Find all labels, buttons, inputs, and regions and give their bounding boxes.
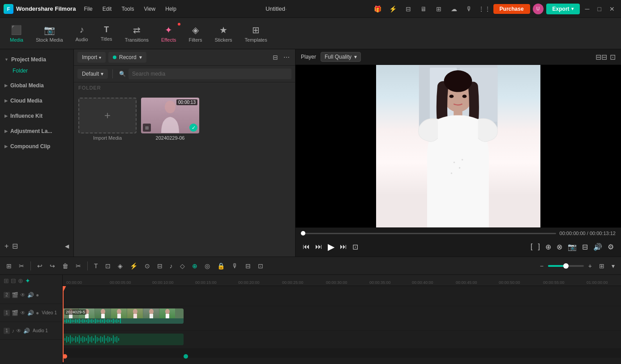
filter-icon[interactable]: ⊟: [271, 52, 280, 63]
menu-edit[interactable]: Edit: [98, 4, 116, 14]
video-clip-1[interactable]: 2024029-5: [63, 308, 184, 324]
track-video2-eye[interactable]: 👁: [20, 292, 26, 298]
mark-out-icon[interactable]: ]: [536, 241, 542, 253]
dual-view-icon[interactable]: ⊟⊟: [595, 53, 607, 61]
fullscreen-icon[interactable]: ⊡: [610, 53, 616, 61]
bolt-icon[interactable]: ⚡: [387, 3, 399, 15]
folder-item[interactable]: Folder: [0, 65, 73, 76]
track-video1-audio[interactable]: 🔊: [27, 310, 34, 316]
timeline-slider[interactable]: [301, 233, 556, 234]
zoom-thumb[interactable]: [563, 263, 569, 269]
tool-templates[interactable]: ⊞ Templates: [240, 22, 273, 45]
add-video-track-icon[interactable]: ⊞: [4, 277, 9, 284]
track-audio1-icon[interactable]: ♪: [12, 328, 14, 334]
screenshot-icon[interactable]: 📷: [566, 241, 578, 253]
influence-kit-header[interactable]: ▶ Influence Kit: [0, 110, 73, 122]
scissors-tool[interactable]: ✂: [16, 261, 27, 271]
track-video2-lock[interactable]: 🎬: [12, 292, 18, 298]
keyframe-tool[interactable]: ◇: [177, 261, 188, 271]
compound-clip-track-icon[interactable]: ⊕: [18, 277, 23, 284]
track-audio1-eye[interactable]: 👁: [16, 328, 21, 334]
insert-icon[interactable]: ⊕: [544, 241, 553, 253]
tool-filters[interactable]: ◈ Filters: [183, 22, 207, 45]
delete-button[interactable]: 🗑: [60, 261, 71, 271]
global-media-header[interactable]: ▶ Global Media: [0, 80, 73, 91]
snapshot-icon[interactable]: ⊟: [580, 241, 590, 253]
tool-media[interactable]: ⬛ Media: [4, 22, 29, 45]
zoom-in-button[interactable]: +: [586, 261, 595, 271]
zoom-slider[interactable]: [548, 265, 584, 267]
add-track-icon[interactable]: ⊞: [4, 261, 14, 271]
mic-icon[interactable]: 🎙: [463, 3, 475, 15]
track-video1-lock[interactable]: 🎬: [12, 310, 18, 316]
quality-select[interactable]: Full Quality ▾: [321, 52, 361, 62]
mask-tool[interactable]: ◈: [115, 261, 125, 271]
tool-titles[interactable]: T Titles: [95, 22, 118, 44]
track-audio1-volume[interactable]: 🔊: [23, 328, 30, 334]
gift-icon[interactable]: 🎁: [372, 3, 384, 15]
close-button[interactable]: ✕: [607, 5, 617, 13]
delete-folder-icon[interactable]: ⊟: [12, 242, 18, 250]
menu-tools[interactable]: Tools: [117, 4, 138, 14]
project-media-header[interactable]: ▼ Project Media: [0, 54, 73, 65]
track-video2-audio[interactable]: 🔊: [27, 292, 34, 298]
adjustment-header[interactable]: ▶ Adjustment La...: [0, 125, 73, 137]
text-tool[interactable]: T: [91, 261, 101, 271]
tool-audio[interactable]: ♪ Audio: [70, 22, 94, 45]
tool-transitions[interactable]: ⇄ Transitions: [120, 22, 154, 45]
add-audio-track-icon[interactable]: ⊟: [11, 277, 16, 284]
menu-help[interactable]: Help: [161, 4, 181, 14]
media-thumb-item[interactable]: 00:00:13 ⊞ ✓ 20240229-06: [141, 98, 199, 141]
redo-button[interactable]: ↪: [47, 261, 58, 271]
speed-tool[interactable]: ⚡: [127, 261, 140, 271]
color-tool[interactable]: ⊙: [142, 261, 153, 271]
more-options-icon[interactable]: ⋯: [282, 52, 291, 63]
track-video2-visible[interactable]: ●: [36, 292, 39, 298]
default-view-button[interactable]: Default ▾: [77, 69, 108, 79]
search-input[interactable]: [128, 69, 291, 79]
subtitle-tool[interactable]: ⊟: [243, 261, 253, 271]
maximize-button[interactable]: □: [595, 5, 604, 13]
timeline-thumb[interactable]: [301, 231, 305, 236]
undo-button[interactable]: ↩: [34, 261, 45, 271]
playhead[interactable]: [63, 286, 64, 362]
mic-timeline-icon[interactable]: 🎙: [229, 261, 241, 271]
zoom-out-button[interactable]: −: [537, 261, 546, 271]
magnet-tool[interactable]: ⊕: [189, 261, 200, 271]
mark-in-icon[interactable]: [: [529, 241, 534, 253]
stabilize-tool[interactable]: ⊟: [154, 261, 165, 271]
lock-tool[interactable]: 🔒: [214, 261, 227, 271]
import-box[interactable]: +: [78, 98, 137, 133]
menu-view[interactable]: View: [139, 4, 160, 14]
picture-tool[interactable]: ⊡: [255, 261, 266, 271]
volume-icon[interactable]: 🔊: [591, 241, 604, 253]
grid-view-button[interactable]: ⊞: [596, 261, 607, 271]
record-button[interactable]: Record ▾: [108, 52, 146, 63]
track-video1-eye[interactable]: 👁: [20, 310, 26, 316]
audio-clip-bar[interactable]: [63, 334, 184, 345]
fullscreen-player-button[interactable]: ⊡: [351, 241, 360, 253]
menu-file[interactable]: File: [79, 4, 97, 14]
purchase-button[interactable]: Purchase: [493, 4, 530, 14]
tool-stock-media[interactable]: 📷 Stock Media: [30, 22, 69, 45]
avatar[interactable]: U: [533, 4, 544, 14]
apps-icon[interactable]: ⋮⋮: [478, 3, 491, 15]
import-media-item[interactable]: + Import Media: [78, 98, 137, 141]
settings-icon[interactable]: ⚙: [606, 241, 616, 253]
ai-track-icon[interactable]: ✦: [25, 277, 30, 284]
rewind-button[interactable]: ⏮: [301, 241, 312, 253]
grid-icon[interactable]: ⊞: [433, 3, 445, 15]
export-button[interactable]: Export ▾: [546, 4, 580, 14]
frame-forward-button[interactable]: ⏭: [338, 241, 349, 253]
panel-collapse-button[interactable]: ◀: [65, 243, 69, 249]
cloud-media-header[interactable]: ▶ Cloud Media: [0, 95, 73, 107]
timeline-settings-button[interactable]: ▾: [609, 261, 617, 271]
minimize-button[interactable]: ─: [582, 5, 592, 13]
monitor-icon[interactable]: 🖥: [417, 3, 430, 15]
layout-icon[interactable]: ⊟: [402, 3, 415, 15]
frame-back-button[interactable]: ⏭: [313, 241, 324, 253]
cut-button[interactable]: ✂: [73, 261, 84, 271]
audio-tool[interactable]: ♪: [167, 261, 176, 271]
crop-tool[interactable]: ⊡: [103, 261, 113, 271]
tool-effects[interactable]: ✦ Effects: [156, 22, 181, 45]
